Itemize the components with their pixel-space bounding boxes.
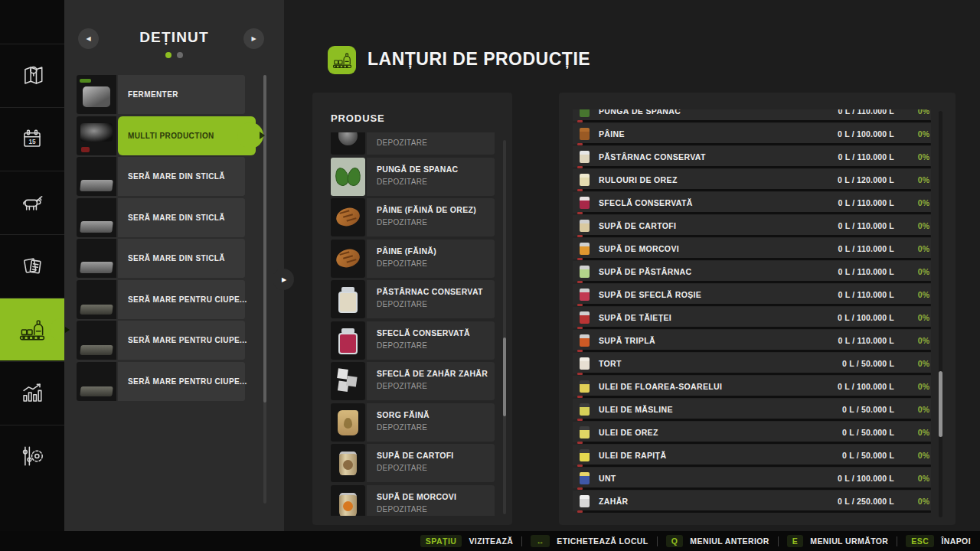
key-hint[interactable]: Q MENIUL ANTERIOR [666, 535, 769, 548]
key-hint-label: ÎNAPOI [941, 536, 971, 546]
key-hint[interactable]: SPAȚIU VIZITEAZĂ [420, 535, 514, 548]
production-chains-icon [328, 46, 356, 74]
storage-row[interactable]: ULEI DE FLOAREA-SOARELUI 0 L / 100.000 L… [573, 376, 931, 399]
products-panel-title: PRODUSE [331, 112, 385, 124]
storage-item-name: SUPĂ DE SFECLĂ ROȘIE [599, 290, 701, 299]
storage-row[interactable]: ULEI DE OREZ 0 L / 50.000 L 0% [573, 422, 931, 445]
storage-item-percent: 0% [894, 382, 929, 391]
product-mini-icon [580, 174, 590, 186]
product-storage-label: DEPOZITARE [377, 341, 495, 350]
product-card[interactable]: PUNGĂ DE SPANAC DEPOZITARE [331, 158, 495, 196]
sidebar-item-calendar[interactable]: 15 [0, 107, 64, 170]
storage-row[interactable]: SUPĂ DE SFECLĂ ROȘIE 0 L / 110.000 L 0% [573, 284, 931, 307]
storage-item-name: PÂINE [599, 129, 625, 139]
storage-row[interactable]: ZAHĂR 0 L / 250.000 L 0% [573, 491, 931, 514]
map-icon [17, 60, 47, 91]
storage-row[interactable]: RULOURI DE OREZ 0 L / 120.000 L 0% [573, 169, 931, 192]
owned-building-item[interactable]: SERĂ MARE PENTRU CIUPE... [77, 362, 245, 401]
sidebar-item-statistics[interactable] [0, 361, 64, 424]
owned-building-item[interactable]: SERĂ MARE DIN STICLĂ [77, 239, 245, 278]
storage-row[interactable]: PUNGĂ DE SPANAC 0 L / 110.000 L 0% [573, 109, 931, 123]
fill-level-bar [577, 189, 931, 191]
product-name: SUPĂ DE CARTOFI [377, 451, 495, 460]
storage-row[interactable]: ULEI DE MĂSLINE 0 L / 50.000 L 0% [573, 399, 931, 422]
storage-item-percent: 0% [894, 175, 929, 184]
storage-item-amount: 0 L / 110.000 L [838, 267, 894, 276]
owned-building-item[interactable]: MULLTI PRODUCTION [77, 116, 245, 155]
product-storage-label: DEPOZITARE [377, 218, 495, 227]
storage-item-name: ZAHĂR [599, 497, 629, 506]
cow-icon [17, 187, 47, 218]
product-mini-icon [580, 495, 590, 507]
building-label: SERĂ MARE PENTRU CIUPE... [128, 336, 247, 344]
storage-item-amount: 0 L / 110.000 L [838, 290, 894, 299]
product-card[interactable]: DEPOZITARE [331, 132, 495, 155]
fill-level-bar [577, 235, 931, 237]
storage-panel: PUNGĂ DE SPANAC 0 L / 110.000 L 0% PÂINE… [559, 93, 956, 525]
storage-row[interactable]: PĂSTÂRNAC CONSERVAT 0 L / 110.000 L 0% [573, 146, 931, 169]
storage-row[interactable]: UNT 0 L / 100.000 L 0% [573, 468, 931, 491]
product-card[interactable]: SFECLĂ DE ZAHĂR ZAHĂR DEPOZITARE [331, 362, 495, 400]
storage-row[interactable]: SFECLĂ CONSERVATĂ 0 L / 110.000 L 0% [573, 192, 931, 215]
sidebar-item-production[interactable] [0, 298, 64, 360]
keycap: ESC [906, 535, 934, 548]
storage-row[interactable]: SUPĂ DE MORCOVI 0 L / 110.000 L 0% [573, 238, 931, 261]
owned-building-item[interactable]: FERMENTER [77, 75, 245, 114]
sidebar-item-map[interactable] [0, 44, 64, 106]
product-card[interactable]: SORG FĂINĂ DEPOZITARE [331, 403, 495, 442]
storage-item-amount: 0 L / 110.000 L [838, 198, 894, 207]
product-card[interactable]: PĂSTÂRNAC CONSERVAT DEPOZITARE [331, 280, 495, 318]
product-card[interactable]: SFECLĂ CONSERVATĂ DEPOZITARE [331, 321, 495, 360]
statistics-icon [17, 378, 47, 409]
product-card[interactable]: SUPĂ DE MORCOVI DEPOZITARE [331, 485, 495, 517]
key-hint[interactable]: ↔ ETICHETEAZĂ LOCUL [531, 535, 648, 548]
building-thumbnail [77, 362, 116, 401]
product-thumbnail-icon [331, 280, 365, 318]
storage-row[interactable]: ULEI DE RAPIȚĂ 0 L / 50.000 L 0% [573, 445, 931, 468]
fill-level-bar [577, 465, 931, 467]
panel-expand-button[interactable]: ▶ [273, 269, 294, 290]
product-card[interactable]: PÂINE (FĂINĂ DE OREZ) DEPOZITARE [331, 198, 495, 236]
product-name: PÂINE (FĂINĂ DE OREZ) [377, 205, 495, 214]
sidebar-item-animals[interactable] [0, 171, 64, 233]
storage-row[interactable]: TORT 0 L / 50.000 L 0% [573, 353, 931, 376]
storage-item-amount: 0 L / 100.000 L [838, 313, 894, 322]
calendar-day-label: 15 [28, 139, 36, 145]
storage-item-name: RULOURI DE OREZ [599, 175, 678, 184]
storage-row[interactable]: SUPĂ TRIPLĂ 0 L / 110.000 L 0% [573, 330, 931, 353]
product-thumbnail-icon [331, 362, 365, 400]
storage-row[interactable]: PÂINE 0 L / 100.000 L 0% [573, 123, 931, 146]
product-thumbnail-icon [331, 132, 365, 155]
storage-scrollbar[interactable] [939, 111, 942, 517]
owned-building-item[interactable]: SERĂ MARE DIN STICLĂ [77, 157, 245, 196]
product-mini-icon [580, 220, 590, 232]
storage-item-name: SUPĂ TRIPLĂ [599, 336, 655, 345]
storage-row[interactable]: SUPĂ DE TĂIEȚEI 0 L / 100.000 L 0% [573, 307, 931, 330]
storage-item-name: SFECLĂ CONSERVATĂ [599, 198, 693, 207]
sidebar-item-settings[interactable] [0, 425, 64, 486]
key-hint[interactable]: E MENIUL URMĂTOR [787, 535, 889, 548]
key-hint[interactable]: ESC ÎNAPOI [906, 535, 971, 548]
storage-item-percent: 0% [894, 474, 929, 483]
product-mini-icon [580, 380, 590, 393]
owned-building-item[interactable]: SERĂ MARE PENTRU CIUPE... [77, 280, 245, 319]
storage-row[interactable]: SUPĂ DE CARTOFI 0 L / 110.000 L 0% [573, 215, 931, 238]
building-label: SERĂ MARE PENTRU CIUPE... [128, 377, 247, 386]
product-mini-icon [580, 311, 590, 324]
products-scrollbar[interactable] [503, 140, 506, 514]
product-mini-icon [580, 266, 590, 278]
storage-row[interactable]: SUPĂ DE PĂSTÂRNAC 0 L / 110.000 L 0% [573, 261, 931, 284]
product-card[interactable]: SUPĂ DE CARTOFI DEPOZITARE [331, 444, 495, 482]
products-panel: PRODUSE DEPOZITARE PUNGĂ DE SPANAC DEPOZ… [312, 93, 512, 525]
owned-panel: ◀ DEȚINUT ▶ FERMENTER MULLTI PRODUCTION … [64, 0, 284, 531]
fill-level-bar [577, 487, 931, 490]
product-card[interactable]: PÂINE (FĂINĂ) DEPOZITARE [331, 240, 495, 278]
storage-item-amount: 0 L / 250.000 L [838, 497, 894, 506]
product-storage-label: DEPOZITARE [377, 300, 495, 308]
owned-scrollbar[interactable] [263, 75, 266, 504]
owned-building-item[interactable]: SERĂ MARE PENTRU CIUPE... [77, 321, 245, 360]
product-name: SORG FĂINĂ [377, 410, 495, 419]
owned-building-item[interactable]: SERĂ MARE DIN STICLĂ [77, 198, 245, 237]
sidebar-item-finances[interactable] [0, 234, 64, 297]
storage-item-amount: 0 L / 50.000 L [842, 405, 894, 414]
